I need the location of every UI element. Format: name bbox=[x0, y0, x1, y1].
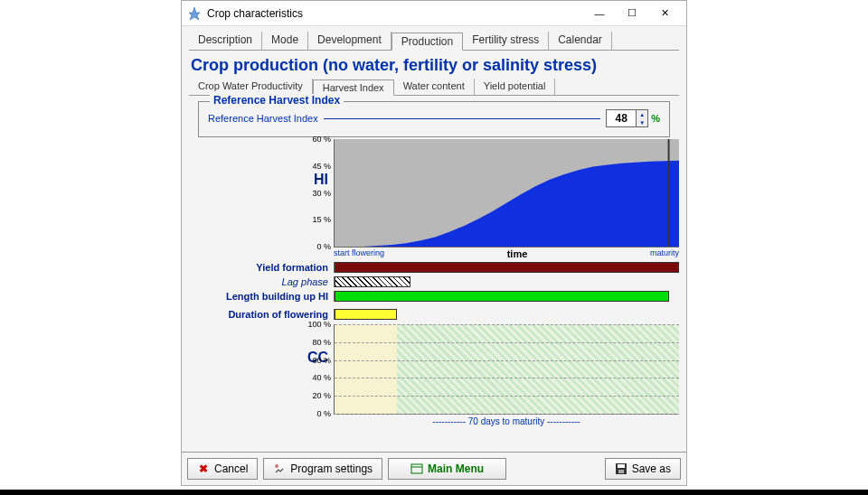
bottom-border bbox=[0, 490, 868, 495]
cancel-button[interactable]: ✖ Cancel bbox=[187, 458, 258, 480]
row-flowering: Duration of flowering bbox=[189, 308, 679, 321]
svg-rect-7 bbox=[618, 464, 625, 468]
save-icon bbox=[615, 462, 627, 475]
cc-gridline bbox=[335, 324, 679, 325]
hi-chart: HI 60 %45 %30 %15 %0 % bbox=[189, 139, 679, 248]
tab-development[interactable]: Development bbox=[308, 32, 392, 50]
reference-hi-spinner[interactable]: ▲ ▼ bbox=[606, 109, 648, 127]
hi-x-start: start flowering bbox=[334, 248, 384, 259]
hi-tick: 30 % bbox=[309, 189, 331, 198]
client-area: DescriptionModeDevelopmentProductionFert… bbox=[182, 26, 686, 452]
row-yield-formation: Yield formation bbox=[189, 261, 679, 274]
hi-tick: 60 % bbox=[309, 135, 331, 144]
svg-point-3 bbox=[275, 464, 278, 468]
minimize-button[interactable]: — bbox=[583, 3, 616, 24]
tab-calendar[interactable]: Calendar bbox=[549, 32, 612, 50]
spinner-down-icon[interactable]: ▼ bbox=[637, 118, 647, 126]
cc-chart: CC 100 %80 %60 %40 %20 %0 % bbox=[189, 324, 679, 415]
maximize-button[interactable]: ☐ bbox=[616, 3, 648, 24]
cc-zone-left bbox=[335, 324, 397, 414]
hi-x-center: time bbox=[507, 248, 528, 259]
reference-hi-unit: % bbox=[651, 113, 660, 124]
label-flowering: Duration of flowering bbox=[189, 309, 334, 320]
row-lag-phase: Lag phase bbox=[189, 276, 679, 288]
close-button[interactable]: ✕ bbox=[648, 3, 681, 24]
tab-mode[interactable]: Mode bbox=[262, 32, 308, 50]
cc-tick: 40 % bbox=[307, 373, 331, 382]
footer: ✖ Cancel Program settings Main Menu Save… bbox=[182, 452, 686, 485]
main-menu-icon bbox=[410, 462, 423, 475]
hi-tick: 15 % bbox=[309, 215, 331, 224]
window-title: Crop characteristics bbox=[207, 7, 583, 20]
cc-zone-right bbox=[397, 324, 679, 414]
subtab-crop-water-productivity[interactable]: Crop Water Productivity bbox=[189, 79, 313, 95]
cc-gridline bbox=[335, 396, 679, 397]
cc-note: 70 days to maturity bbox=[468, 416, 544, 426]
program-settings-button[interactable]: Program settings bbox=[263, 458, 382, 480]
cc-gridline bbox=[335, 414, 679, 415]
label-building-up: Length building up HI bbox=[189, 291, 334, 302]
cc-tick: 60 % bbox=[307, 356, 331, 365]
cancel-icon: ✖ bbox=[197, 462, 210, 475]
hi-tick: 45 % bbox=[309, 162, 331, 171]
reference-hi-label: Reference Harvest Index bbox=[208, 113, 318, 124]
cc-tick: 20 % bbox=[307, 391, 331, 400]
cc-tick: 100 % bbox=[307, 320, 331, 329]
spinner-up-icon[interactable]: ▲ bbox=[637, 110, 647, 118]
bar-lag-phase bbox=[335, 276, 410, 287]
reference-hi-input[interactable] bbox=[607, 110, 636, 126]
tab-production[interactable]: Production bbox=[392, 33, 463, 51]
reference-hi-line bbox=[324, 118, 601, 119]
app-icon bbox=[187, 6, 202, 21]
subtab-water-content[interactable]: Water content bbox=[394, 79, 475, 95]
reference-hi-group: Reference Harvest Index Reference Harves… bbox=[198, 101, 670, 137]
settings-icon bbox=[273, 462, 286, 475]
bar-yield-formation bbox=[335, 262, 679, 273]
hi-x-end: maturity bbox=[650, 248, 679, 259]
subtab-yield-potential[interactable]: Yield potential bbox=[475, 79, 556, 95]
label-yield-formation: Yield formation bbox=[189, 262, 334, 273]
svg-rect-8 bbox=[618, 470, 624, 473]
label-lag-phase: Lag phase bbox=[189, 276, 334, 287]
cc-gridline bbox=[335, 342, 679, 343]
crop-characteristics-window: Crop characteristics — ☐ ✕ DescriptionMo… bbox=[181, 0, 687, 486]
page-title: Crop production (no water, fertility or … bbox=[191, 56, 677, 75]
cc-gridline bbox=[335, 378, 679, 378]
main-menu-button[interactable]: Main Menu bbox=[388, 458, 506, 480]
cc-gridline bbox=[335, 360, 679, 361]
top-tabs: DescriptionModeDevelopmentProductionFert… bbox=[189, 32, 679, 51]
tab-fertility-stress[interactable]: Fertility stress bbox=[463, 32, 549, 50]
titlebar: Crop characteristics — ☐ ✕ bbox=[182, 1, 686, 26]
bar-building-up bbox=[335, 291, 669, 302]
bar-flowering bbox=[335, 309, 397, 320]
hi-plot-area: 60 %45 %30 %15 %0 % bbox=[334, 139, 679, 248]
save-as-button[interactable]: Save as bbox=[605, 458, 681, 480]
cc-plot-area: 100 %80 %60 %40 %20 %0 % bbox=[334, 324, 679, 415]
row-building-up: Length building up HI bbox=[189, 290, 679, 303]
reference-hi-legend: Reference Harvest Index bbox=[210, 94, 344, 107]
hi-tick: 0 % bbox=[309, 242, 331, 251]
svg-rect-4 bbox=[411, 464, 422, 473]
tab-description[interactable]: Description bbox=[189, 32, 262, 50]
cc-tick: 80 % bbox=[307, 338, 331, 347]
cc-tick: 0 % bbox=[307, 409, 331, 418]
